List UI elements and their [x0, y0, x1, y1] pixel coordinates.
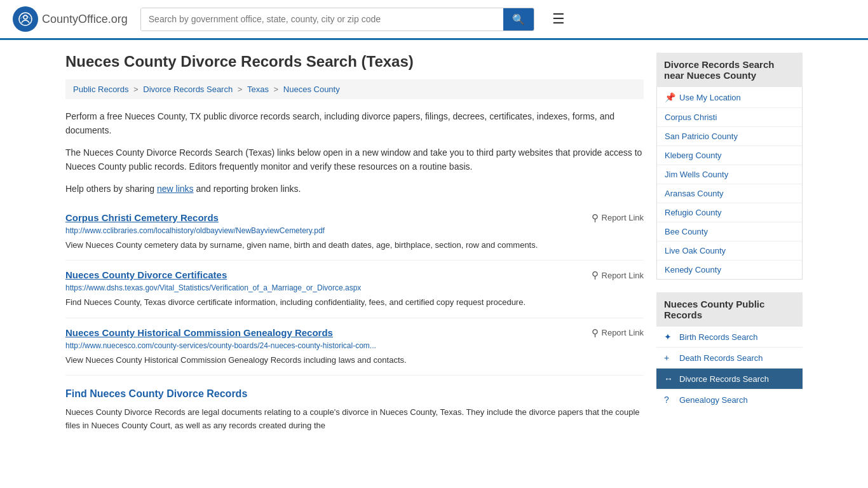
result-item: Nueces County Historical Commission Gene… [65, 318, 644, 376]
public-records-link[interactable]: ?Genealogy Search [656, 390, 803, 410]
find-section-title: Find Nueces County Divorce Records [65, 388, 644, 400]
breadcrumb-nueces-county[interactable]: Nueces County [283, 85, 340, 94]
result-header: Nueces County Historical Commission Gene… [65, 327, 644, 339]
search-button[interactable]: 🔍 [503, 8, 534, 30]
search-input[interactable] [141, 8, 503, 30]
use-location-label: Use My Location [679, 93, 741, 102]
record-link-label: Birth Records Search [679, 332, 758, 342]
logo-icon [13, 6, 38, 32]
find-section-text: Nueces County Divorce Records are legal … [65, 406, 644, 433]
nearby-link[interactable]: Live Oak County [657, 241, 802, 261]
record-icon: ↔ [664, 374, 674, 384]
hamburger-icon: ☰ [552, 11, 565, 27]
nearby-link[interactable]: Corpus Christi [657, 108, 802, 127]
record-link-label: Death Records Search [679, 353, 763, 363]
breadcrumb-divorce-records[interactable]: Divorce Records Search [143, 85, 233, 94]
report-link[interactable]: ⚲ Report Link [592, 269, 644, 281]
header: CountyOffice.org 🔍 ☰ [0, 0, 868, 40]
record-icon: + [664, 353, 674, 363]
nearby-link[interactable]: Aransas County [657, 184, 802, 203]
result-title[interactable]: Nueces County Divorce Certificates [65, 269, 227, 280]
report-icon: ⚲ [592, 327, 599, 339]
new-links-link[interactable]: new links [157, 184, 194, 194]
nearby-section-title: Divorce Records Search near Nueces Count… [656, 53, 803, 87]
report-link[interactable]: ⚲ Report Link [592, 212, 644, 224]
breadcrumb-texas[interactable]: Texas [247, 85, 269, 94]
nearby-links-container: Corpus ChristiSan Patricio CountyKleberg… [657, 108, 802, 279]
report-icon: ⚲ [592, 269, 599, 281]
report-link[interactable]: ⚲ Report Link [592, 327, 644, 339]
nearby-links: 📌 Use My Location Corpus ChristiSan Patr… [656, 87, 803, 280]
breadcrumb-public-records[interactable]: Public Records [73, 85, 128, 94]
record-link-label: Divorce Records Search [679, 374, 769, 384]
public-records-link[interactable]: +Death Records Search [656, 348, 803, 369]
result-title[interactable]: Nueces County Historical Commission Gene… [65, 327, 333, 338]
page-title: Nueces County Divorce Records Search (Te… [65, 53, 644, 71]
location-pin-icon: 📌 [665, 92, 675, 102]
nearby-link[interactable]: Kleberg County [657, 146, 802, 165]
result-title[interactable]: Corpus Christi Cemetery Records [65, 212, 219, 223]
public-records-title: Nueces County Public Records [656, 292, 803, 327]
nearby-link[interactable]: San Patricio County [657, 127, 802, 146]
breadcrumb: Public Records > Divorce Records Search … [65, 79, 644, 99]
nearby-link[interactable]: Bee County [657, 222, 802, 241]
result-url[interactable]: http://www.cclibraries.com/localhistory/… [65, 226, 644, 235]
record-icon: ? [664, 395, 674, 405]
menu-button[interactable]: ☰ [547, 8, 570, 30]
nearby-link[interactable]: Refugio County [657, 203, 802, 222]
search-bar: 🔍 [140, 8, 534, 31]
public-records-link[interactable]: ↔Divorce Records Search [656, 369, 803, 390]
main-layout: Nueces County Divorce Records Search (Te… [53, 40, 815, 445]
description-3: Help others by sharing new links and rep… [65, 182, 644, 196]
result-header: Nueces County Divorce Certificates ⚲ Rep… [65, 269, 644, 281]
results-list: Corpus Christi Cemetery Records ⚲ Report… [65, 203, 644, 376]
sidebar: Divorce Records Search near Nueces Count… [656, 53, 803, 433]
use-my-location[interactable]: 📌 Use My Location [657, 87, 802, 108]
public-records-links: ✦Birth Records Search+Death Records Sear… [656, 327, 803, 410]
result-item: Nueces County Divorce Certificates ⚲ Rep… [65, 261, 644, 318]
result-url[interactable]: https://www.dshs.texas.gov/Vital_Statist… [65, 283, 644, 292]
record-link-label: Genealogy Search [679, 395, 748, 405]
search-icon: 🔍 [512, 14, 525, 25]
nearby-link[interactable]: Kenedy County [657, 261, 802, 279]
record-icon: ✦ [664, 332, 674, 342]
result-url[interactable]: http://www.nuecesco.com/county-services/… [65, 341, 644, 350]
logo[interactable]: CountyOffice.org [13, 6, 128, 32]
nearby-link[interactable]: Jim Wells County [657, 165, 802, 184]
description-2: The Nueces County Divorce Records Search… [65, 146, 644, 174]
logo-text: CountyOffice.org [42, 13, 128, 26]
result-header: Corpus Christi Cemetery Records ⚲ Report… [65, 212, 644, 224]
public-records-link[interactable]: ✦Birth Records Search [656, 327, 803, 348]
result-desc: Find Nueces County, Texas divorce certif… [65, 296, 644, 309]
report-icon: ⚲ [592, 212, 599, 224]
nearby-section: Divorce Records Search near Nueces Count… [656, 53, 803, 280]
result-item: Corpus Christi Cemetery Records ⚲ Report… [65, 203, 644, 261]
find-section: Find Nueces County Divorce Records Nuece… [65, 388, 644, 433]
result-desc: View Nueces County Historical Commission… [65, 354, 644, 367]
description-1: Perform a free Nueces County, TX public … [65, 109, 644, 138]
content-area: Nueces County Divorce Records Search (Te… [65, 53, 644, 433]
public-records-section: Nueces County Public Records ✦Birth Reco… [656, 292, 803, 410]
result-desc: View Nueces County cemetery data by surn… [65, 239, 644, 252]
